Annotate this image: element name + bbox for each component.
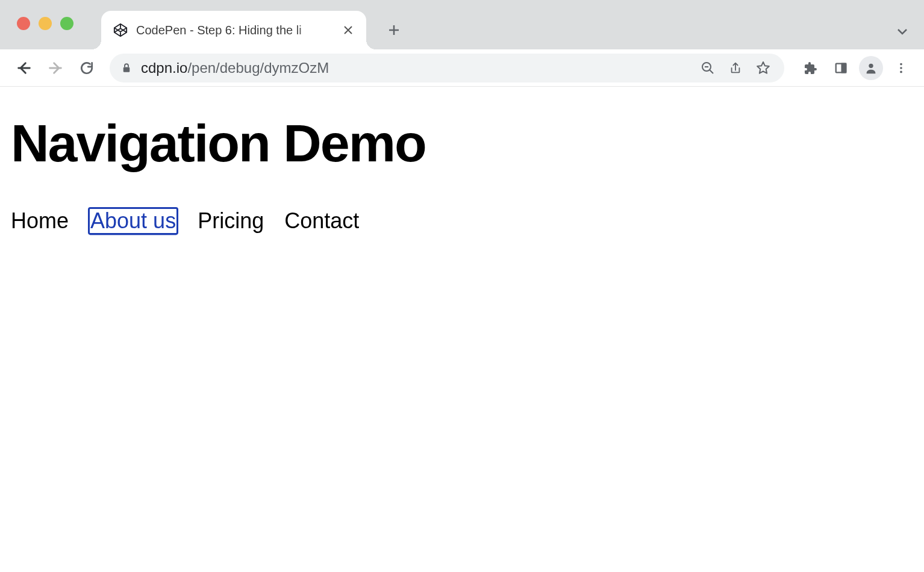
svg-rect-0	[123, 67, 130, 72]
svg-point-7	[900, 70, 902, 73]
side-panel-icon[interactable]	[829, 56, 853, 80]
browser-tab[interactable]: CodePen - Step 6: Hiding the li	[101, 11, 366, 49]
reload-button[interactable]	[73, 55, 100, 81]
window-controls	[17, 17, 73, 30]
window-minimize-button[interactable]	[39, 17, 52, 30]
window-maximize-button[interactable]	[60, 17, 73, 30]
browser-toolbar: cdpn.io/pen/debug/dymzOzM	[0, 49, 924, 87]
close-tab-button[interactable]	[342, 24, 354, 36]
window-close-button[interactable]	[17, 17, 30, 30]
svg-point-6	[900, 67, 902, 69]
tab-list-dropdown[interactable]	[894, 23, 911, 40]
bookmark-star-icon[interactable]	[753, 58, 773, 78]
browser-tab-strip: CodePen - Step 6: Hiding the li	[0, 0, 924, 49]
svg-rect-3	[842, 63, 846, 72]
page-heading: Navigation Demo	[11, 116, 913, 171]
nav-link-contact[interactable]: Contact	[284, 208, 359, 234]
back-button[interactable]	[11, 55, 37, 81]
nav-item-about-us: About us	[89, 208, 177, 234]
codepen-icon	[113, 23, 128, 37]
nav-link-about-us[interactable]: About us	[89, 208, 177, 234]
tab-title: CodePen - Step 6: Hiding the li	[136, 23, 334, 37]
menu-icon[interactable]	[889, 56, 913, 80]
url-text: cdpn.io/pen/debug/dymzOzM	[141, 60, 689, 76]
nav-item-contact: Contact	[284, 208, 359, 234]
address-bar[interactable]: cdpn.io/pen/debug/dymzOzM	[110, 54, 784, 82]
forward-button[interactable]	[42, 55, 69, 81]
lock-icon[interactable]	[120, 62, 133, 74]
svg-point-4	[869, 63, 873, 67]
new-tab-button[interactable]	[382, 18, 406, 42]
nav-link-home[interactable]: Home	[11, 208, 69, 234]
page-viewport: Navigation Demo Home About us Pricing Co…	[0, 87, 924, 263]
nav-item-home: Home	[11, 208, 69, 234]
nav-link-pricing[interactable]: Pricing	[198, 208, 264, 234]
extensions-icon[interactable]	[799, 56, 823, 80]
profile-avatar[interactable]	[859, 56, 883, 80]
nav-list: Home About us Pricing Contact	[11, 208, 913, 234]
svg-point-5	[900, 63, 902, 65]
nav-item-pricing: Pricing	[198, 208, 264, 234]
zoom-out-icon[interactable]	[698, 58, 718, 78]
share-icon[interactable]	[725, 58, 746, 78]
